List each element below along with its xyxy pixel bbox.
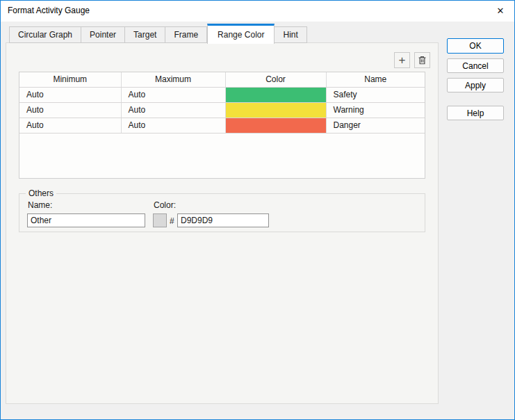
other-name-input[interactable] (27, 213, 145, 227)
other-color-hex-input[interactable] (177, 213, 269, 227)
title-bar: Format Activity Gauge ✕ (1, 1, 514, 22)
color-cell[interactable] (225, 87, 326, 102)
help-button[interactable]: Help (447, 106, 504, 120)
tab-pointer[interactable]: Pointer (81, 26, 125, 43)
table-header-row: Minimum Maximum Color Name (19, 72, 425, 87)
range-toolbar: + (394, 52, 430, 68)
name-cell[interactable]: Warning (326, 102, 425, 118)
window-title: Format Activity Gauge (8, 1, 90, 21)
column-header-color: Color (225, 72, 326, 87)
table-row-warning: Auto Auto Warning (19, 102, 425, 118)
hash-symbol: # (170, 216, 174, 226)
other-color-swatch[interactable] (153, 213, 167, 227)
color-cell[interactable] (225, 102, 326, 118)
apply-button[interactable]: Apply (447, 78, 504, 92)
color-swatch[interactable] (226, 103, 326, 118)
close-icon: ✕ (497, 6, 505, 16)
tab-label: Pointer (90, 30, 116, 40)
ok-button[interactable]: OK (447, 38, 504, 54)
minimum-cell[interactable]: Auto (19, 102, 121, 118)
range-color-table: Minimum Maximum Color Name Auto Auto Saf… (19, 72, 425, 179)
tab-label: Circular Graph (18, 30, 72, 40)
delete-range-button[interactable] (414, 52, 430, 68)
tab-hint[interactable]: Hint (275, 26, 306, 43)
tab-circular-graph[interactable]: Circular Graph (9, 26, 81, 43)
tab-target[interactable]: Target (125, 26, 165, 43)
minimum-cell[interactable]: Auto (19, 118, 121, 133)
add-range-button[interactable]: + (394, 52, 410, 68)
trash-icon (417, 55, 427, 65)
tab-frame[interactable]: Frame (165, 26, 207, 43)
color-swatch[interactable] (226, 88, 326, 102)
others-group: Others Name: Color: # (19, 193, 425, 232)
tab-label: Hint (283, 30, 297, 40)
tab-strip: Circular Graph Pointer Target Frame Rang… (9, 24, 307, 43)
maximum-cell[interactable]: Auto (121, 118, 225, 133)
column-header-minimum: Minimum (19, 72, 121, 87)
color-swatch[interactable] (226, 118, 326, 133)
cancel-button[interactable]: Cancel (447, 58, 504, 73)
plus-icon: + (399, 54, 406, 66)
column-header-name: Name (326, 72, 425, 87)
tab-label: Target (133, 30, 156, 40)
format-activity-gauge-dialog: Format Activity Gauge ✕ Circular Graph P… (0, 0, 515, 420)
others-group-label: Others (26, 188, 56, 198)
range-color-panel: + Minimum (6, 42, 439, 404)
name-label: Name: (28, 200, 52, 210)
color-cell[interactable] (225, 118, 326, 133)
table-row-safety: Auto Auto Safety (19, 87, 425, 102)
table-row-danger: Auto Auto Danger (19, 118, 425, 133)
tab-range-color[interactable]: Range Color (207, 24, 275, 44)
maximum-cell[interactable]: Auto (121, 87, 225, 102)
minimum-cell[interactable]: Auto (19, 87, 121, 102)
maximum-cell[interactable]: Auto (121, 102, 225, 118)
name-cell[interactable]: Danger (326, 118, 425, 133)
color-label: Color: (154, 200, 176, 210)
tab-label: Range Color (218, 30, 264, 40)
tab-label: Frame (174, 30, 198, 40)
close-button[interactable]: ✕ (488, 1, 513, 21)
column-header-maximum: Maximum (121, 72, 225, 87)
name-cell[interactable]: Safety (326, 87, 425, 102)
